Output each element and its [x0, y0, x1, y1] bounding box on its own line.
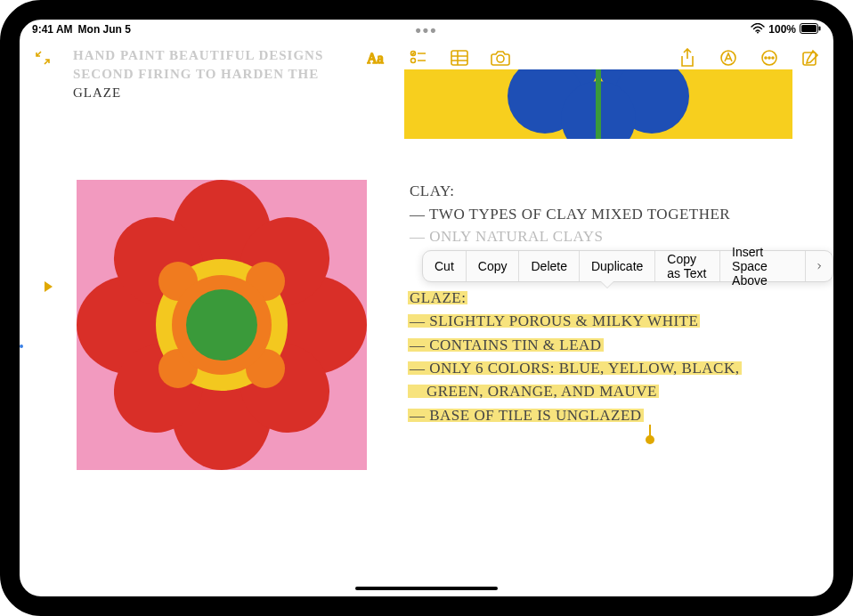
- ctx-delete[interactable]: Delete: [519, 251, 579, 281]
- status-time: 9:41 AM: [32, 23, 73, 36]
- left-page-text: HAND PAINT BEAUTIFUL DESIGNS SECOND FIRI…: [73, 46, 323, 102]
- top-tile-image[interactable]: [404, 69, 792, 139]
- table-button[interactable]: [449, 47, 470, 69]
- edge-handle-icon[interactable]: [45, 281, 53, 292]
- exit-fullscreen-button[interactable]: [32, 47, 53, 69]
- battery-icon: [800, 23, 821, 36]
- left-line-2: SECOND FIRING TO HARDEN THE: [73, 65, 323, 84]
- svg-point-17: [768, 57, 770, 59]
- ctx-more-arrow[interactable]: [806, 251, 833, 281]
- glaze-item-2: — CONTAINS TIN & LEAD: [408, 336, 604, 353]
- compose-button[interactable]: [800, 47, 821, 69]
- svg-point-7: [411, 59, 416, 63]
- context-menu: Cut Copy Delete Duplicate Copy as Text I…: [422, 250, 833, 282]
- clay-item-2: — ONLY NATURAL CLAYS: [410, 225, 730, 248]
- battery-percent: 100%: [768, 23, 796, 36]
- svg-point-0: [757, 31, 759, 33]
- glaze-item-4: — BASE OF TILE IS UNGLAZED: [408, 407, 644, 424]
- svg-point-16: [765, 57, 767, 59]
- glaze-item-3: — ONLY 6 COLORS: BLUE, YELLOW, BLACK,: [408, 360, 742, 377]
- clay-section[interactable]: CLAY: — TWO TYPES OF CLAY MIXED TOGETHER…: [410, 180, 730, 248]
- ctx-copy-as-text[interactable]: Copy as Text: [655, 251, 720, 281]
- clay-item-1: — TWO TYPES OF CLAY MIXED TOGETHER: [410, 203, 730, 226]
- flower-tile-image[interactable]: [77, 180, 367, 470]
- status-date: Mon Jun 5: [78, 23, 131, 36]
- clay-title: CLAY:: [410, 180, 730, 203]
- wifi-icon: [751, 23, 765, 36]
- svg-rect-3: [819, 26, 821, 30]
- home-indicator[interactable]: [355, 587, 498, 590]
- svg-text:Aa: Aa: [367, 51, 384, 66]
- chevron-right-icon: [817, 261, 821, 272]
- edge-dot: [20, 344, 23, 348]
- glaze-item-3b: GREEN, ORANGE, AND MAUVE: [408, 383, 659, 400]
- ctx-cut[interactable]: Cut: [423, 251, 467, 281]
- svg-point-13: [497, 55, 504, 62]
- glaze-item-1: — SLIGHTLY POROUS & MILKY WHITE: [408, 312, 700, 329]
- svg-rect-25: [596, 69, 601, 139]
- svg-rect-9: [451, 51, 467, 65]
- svg-point-40: [186, 289, 257, 361]
- markup-button[interactable]: [718, 47, 739, 69]
- ctx-duplicate[interactable]: Duplicate: [580, 251, 655, 281]
- left-line-1: HAND PAINT BEAUTIFUL DESIGNS: [73, 46, 323, 65]
- text-format-button[interactable]: Aa: [367, 47, 388, 69]
- glaze-title: GLAZE:: [408, 289, 467, 306]
- status-bar: 9:41 AM Mon Jun 5 100%: [20, 20, 833, 39]
- glaze-section[interactable]: GLAZE: — SLIGHTLY POROUS & MILKY WHITE —…: [408, 287, 742, 427]
- camera-button[interactable]: [490, 47, 511, 69]
- share-button[interactable]: [677, 47, 698, 69]
- ctx-copy[interactable]: Copy: [467, 251, 520, 281]
- svg-rect-2: [801, 25, 816, 32]
- selection-end-handle[interactable]: [646, 435, 654, 444]
- checklist-button[interactable]: [408, 47, 429, 69]
- svg-point-18: [772, 57, 774, 59]
- left-line-3: GLAZE: [73, 84, 323, 102]
- ctx-insert-space[interactable]: Insert Space Above: [720, 251, 806, 281]
- more-button[interactable]: [759, 47, 780, 69]
